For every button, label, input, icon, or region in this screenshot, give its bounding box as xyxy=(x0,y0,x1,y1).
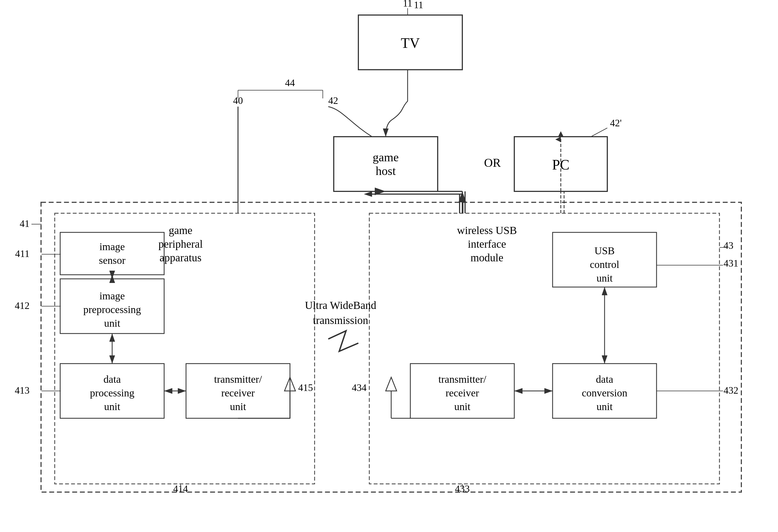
svg-text:preprocessing: preprocessing xyxy=(83,304,141,315)
diagram: TV 11 game host PC 42' OR 44 40 42 xyxy=(0,0,778,532)
svg-text:data: data xyxy=(596,373,613,385)
svg-text:OR: OR xyxy=(484,156,501,170)
svg-text:wireless USB: wireless USB xyxy=(457,224,517,237)
svg-text:412: 412 xyxy=(15,300,29,311)
svg-text:image: image xyxy=(99,241,125,252)
svg-text:44: 44 xyxy=(285,77,295,88)
svg-text:unit: unit xyxy=(104,318,121,329)
svg-rect-3 xyxy=(0,0,778,532)
svg-text:peripheral: peripheral xyxy=(158,238,203,250)
svg-text:receiver: receiver xyxy=(221,387,255,398)
svg-text:40: 40 xyxy=(233,95,243,106)
svg-text:data: data xyxy=(103,373,121,385)
svg-text:unit: unit xyxy=(596,401,613,412)
svg-text:432: 432 xyxy=(723,385,738,396)
svg-text:image: image xyxy=(99,290,125,301)
svg-text:42': 42' xyxy=(610,117,622,128)
svg-text:processing: processing xyxy=(90,387,135,398)
svg-text:USB: USB xyxy=(595,245,615,256)
svg-text:game: game xyxy=(169,224,192,237)
svg-text:11: 11 xyxy=(414,0,423,10)
svg-text:unit: unit xyxy=(596,272,613,284)
svg-text:interface: interface xyxy=(468,238,506,250)
svg-text:transmitter/: transmitter/ xyxy=(438,373,486,385)
svg-text:415: 415 xyxy=(298,382,313,393)
svg-text:receiver: receiver xyxy=(446,387,479,398)
svg-text:apparatus: apparatus xyxy=(159,252,201,264)
svg-text:conversion: conversion xyxy=(582,387,628,398)
svg-text:411: 411 xyxy=(15,248,29,259)
svg-text:host: host xyxy=(376,164,396,178)
svg-text:game: game xyxy=(373,151,399,164)
svg-text:Ultra WideBand: Ultra WideBand xyxy=(305,299,376,312)
svg-text:transmission: transmission xyxy=(313,314,368,327)
svg-text:sensor: sensor xyxy=(99,255,125,266)
svg-text:unit: unit xyxy=(230,401,246,412)
svg-text:434: 434 xyxy=(352,382,367,393)
svg-text:41: 41 xyxy=(20,218,29,229)
svg-text:431: 431 xyxy=(723,258,738,269)
svg-text:module: module xyxy=(471,252,503,264)
svg-text:42: 42 xyxy=(328,95,338,106)
svg-text:control: control xyxy=(590,259,619,270)
svg-text:11: 11 xyxy=(403,0,412,9)
svg-text:413: 413 xyxy=(15,385,29,396)
svg-text:unit: unit xyxy=(104,401,121,412)
svg-text:unit: unit xyxy=(454,401,471,412)
svg-text:43: 43 xyxy=(723,240,733,251)
svg-text:transmitter/: transmitter/ xyxy=(214,373,262,385)
svg-text:TV: TV xyxy=(401,35,420,51)
